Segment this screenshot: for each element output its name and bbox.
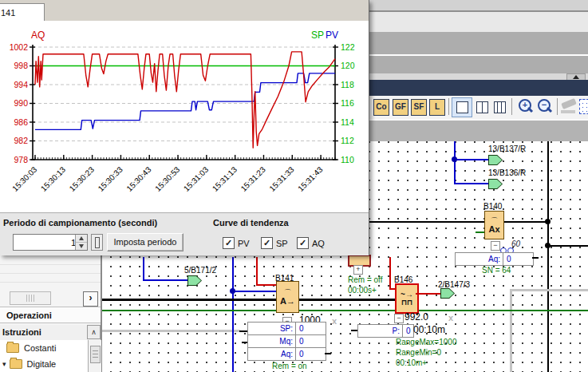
svg-text:982: 982 [14, 136, 28, 145]
probe-value: 60 [511, 239, 520, 248]
connector-13-b136-r[interactable] [488, 179, 503, 189]
wire-blue-h-3[interactable] [232, 291, 276, 292]
wire-green-stub-b140[interactable] [476, 232, 484, 233]
svg-text:120: 120 [341, 61, 355, 70]
section-title[interactable]: Istruzioni [0, 325, 101, 340]
menu-band [365, 12, 588, 32]
period-input[interactable] [14, 235, 77, 250]
wire-blue-vertical-3[interactable] [143, 257, 144, 281]
view-three-pane-button[interactable] [491, 99, 507, 115]
wire-black-main-mid[interactable] [298, 299, 395, 301]
tree-item-costanti[interactable]: Costanti [0, 340, 88, 356]
tree-item-digitale[interactable]: ▾ Digitale [0, 356, 88, 372]
toolbar-separator [448, 98, 449, 115]
checkbox-aq[interactable]: ✓ [297, 237, 309, 249]
wire-black-b140-out[interactable] [503, 221, 548, 223]
wire-red-vertical-1[interactable] [389, 257, 391, 290]
block-b146[interactable]: ~→ ⊓⊓ [395, 283, 419, 314]
junction-dot [230, 288, 235, 294]
single-pane-icon [456, 101, 468, 113]
svg-text:998: 998 [14, 61, 28, 70]
checkbox-sp-label: SP [276, 239, 288, 248]
svg-text:986: 986 [14, 117, 28, 127]
wire-black-b140-in[interactable] [369, 221, 484, 223]
block-b141[interactable]: ⌒ A→ [276, 281, 299, 313]
tree-item-label: Costanti [24, 343, 56, 353]
svg-text:118: 118 [341, 80, 354, 89]
svg-text:110: 110 [341, 155, 354, 164]
svg-text:15:30:23: 15:30:23 [68, 164, 97, 193]
scrollbar-thumb[interactable] [90, 346, 101, 363]
wire-red-b146-out[interactable] [416, 293, 440, 295]
block-b140[interactable]: ⌒ Ax [484, 211, 504, 239]
collapse-box-b146[interactable]: − [394, 314, 404, 323]
checkbox-pv[interactable]: ✓ [223, 237, 235, 249]
left-sidebar: › Operazioni Istruzioni ∧ Costanti ▾ Dig… [0, 255, 102, 372]
period-spinner [75, 235, 87, 250]
param-box-b141[interactable]: SP: 0 Mq: 0 Aq: 0 [247, 322, 326, 361]
spinner-up-icon[interactable] [76, 235, 87, 243]
connector-label: 2/B147/3 [438, 280, 470, 289]
param-label: P: [358, 325, 402, 337]
library-co-button[interactable]: Co [373, 99, 389, 116]
expand-panel-button[interactable]: › [83, 291, 98, 307]
param-value: 0 [295, 335, 326, 347]
svg-text:15:30:03: 15:30:03 [10, 164, 39, 193]
wire-green-main-right[interactable] [416, 310, 588, 311]
param-box-b140[interactable]: Aq: 0 [455, 252, 534, 266]
block-glyph-wave-icon: ~→ [401, 291, 413, 299]
wire-black-right[interactable] [548, 245, 588, 247]
wire-gray-thick[interactable] [102, 330, 240, 332]
svg-text:15:31:03: 15:31:03 [182, 164, 211, 193]
param-label: Mq: [248, 335, 295, 347]
slider-handle-button[interactable] [91, 234, 103, 251]
library-gf-button[interactable]: GF [393, 99, 408, 116]
toolbar-separator [511, 98, 512, 115]
tree-scrollbar[interactable] [88, 340, 101, 372]
zoom-in-button[interactable]: + [517, 98, 535, 116]
checkbox-sp[interactable]: ✓ [261, 237, 273, 249]
wire-blue-h-4[interactable] [143, 279, 187, 281]
wire-blue-h-2[interactable] [454, 183, 489, 184]
svg-text:116: 116 [341, 98, 354, 108]
wire-gray-vertical[interactable] [510, 289, 512, 372]
zoom-out-button[interactable]: − [536, 98, 554, 116]
wire-red-h-2[interactable] [256, 284, 276, 286]
panel-resize-grip[interactable] [10, 291, 51, 305]
view-two-pane-button[interactable] [474, 99, 490, 115]
wire-gray-horizontal[interactable] [510, 289, 588, 291]
block-glyph-label: A→ [280, 297, 295, 306]
checkbox-aq-label: AQ [312, 239, 325, 248]
tree-item-label: Digitale [27, 359, 57, 369]
wire-black-main-left[interactable] [102, 299, 276, 301]
tree-expander-icon[interactable]: ▾ [2, 360, 6, 368]
expand-box[interactable]: + [353, 265, 363, 275]
wire-green-main-left[interactable] [102, 310, 395, 311]
block-glyph-curve-icon: ⌒ [491, 217, 498, 224]
connector-13-b137-r[interactable] [488, 155, 503, 165]
wire-blue-vertical-2[interactable] [232, 257, 234, 372]
library-l-button[interactable]: L [429, 99, 445, 116]
wire-blue-vertical-1[interactable] [454, 141, 456, 184]
scroll-up-button[interactable]: ∧ [87, 325, 101, 339]
grid-numbers-icon[interactable] [579, 99, 588, 114]
set-period-button[interactable]: Imposta periodo [107, 233, 184, 251]
param-value: 0 [503, 253, 533, 265]
toolbar-band-2 [365, 56, 588, 73]
library-sf-button[interactable]: SF [411, 99, 427, 116]
connector-label: 13/B137/R [488, 144, 526, 153]
view-single-pane-button[interactable] [452, 97, 472, 117]
wire-red-vertical-2[interactable] [256, 257, 258, 286]
collapse-strip [365, 73, 588, 80]
collapse-box-b140[interactable]: − [491, 241, 500, 251]
checkbox-pv-label: PV [238, 239, 250, 248]
wire-stub-aq [325, 353, 331, 354]
wire-blue-h-1[interactable] [454, 159, 489, 160]
spinner-down-icon[interactable] [76, 243, 87, 250]
panel-title[interactable]: Operazioni [0, 307, 101, 323]
svg-text:978: 978 [14, 155, 28, 164]
param-box-b146[interactable]: P: 0 [357, 324, 414, 338]
connector-5-b171-2[interactable] [187, 275, 202, 286]
connector-2-b147-3[interactable] [440, 288, 455, 299]
wire-black-vertical[interactable] [547, 141, 549, 372]
